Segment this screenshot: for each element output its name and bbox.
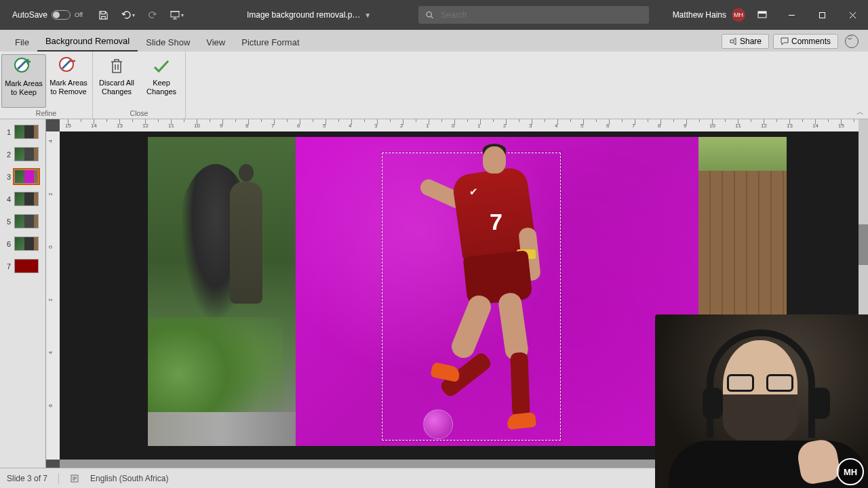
slide-counter[interactable]: Slide 3 of 7 (7, 474, 47, 483)
redo-button[interactable] (144, 6, 161, 24)
collapse-ribbon-icon[interactable]: ︿ (856, 107, 864, 117)
search-icon (425, 10, 434, 20)
ribbon-display-icon[interactable] (751, 0, 774, 30)
trash-icon (106, 56, 127, 77)
thumbnail-7[interactable]: 7 (0, 258, 45, 274)
account-area: Matthew Hains MH (673, 0, 776, 30)
thumbnail-1[interactable]: 1 (0, 123, 45, 140)
autosave-switch-icon[interactable] (52, 10, 71, 20)
undo-button[interactable]: ▾ (119, 6, 137, 24)
thumbnail-6[interactable]: 6 (0, 235, 45, 252)
share-button[interactable]: Share (722, 34, 769, 49)
tab-picture-format[interactable]: Picture Format (233, 33, 307, 52)
user-name[interactable]: Matthew Hains (673, 10, 726, 20)
save-icon[interactable] (95, 6, 113, 24)
mark-areas-to-remove-button[interactable]: Mark Areas to Remove (46, 54, 91, 108)
pencil-plus-icon (13, 56, 35, 78)
present-from-beginning-icon[interactable]: ▾ (168, 6, 186, 24)
foliage (148, 317, 283, 412)
slide-thumbnail-panel[interactable]: 1 2 3 4 5 6 7 (0, 119, 46, 468)
background-garden-left (148, 137, 296, 446)
share-icon (729, 37, 737, 45)
close-button[interactable] (837, 0, 868, 30)
tab-file[interactable]: File (7, 33, 37, 52)
ribbon-group-close: Discard All Changes Keep Changes Close (93, 52, 186, 119)
check-icon (151, 56, 172, 77)
ribbon: Mark Areas to Keep Mark Areas to Remove … (0, 52, 868, 119)
tab-slide-show[interactable]: Slide Show (138, 33, 198, 52)
pencil-minus-icon (58, 56, 79, 77)
thumbnail-5[interactable]: 5 (0, 213, 45, 230)
language-status[interactable]: English (South Africa) (90, 474, 168, 483)
keep-changes-button[interactable]: Keep Changes (139, 54, 184, 108)
group-label-close: Close (94, 108, 184, 119)
search-input[interactable] (441, 10, 642, 20)
jersey-logo-icon: ✔ (469, 186, 478, 198)
thumbnail-4[interactable]: 4 (0, 190, 45, 207)
thumbnail-2[interactable]: 2 (0, 146, 45, 163)
foreground-player[interactable]: ✔ 7 (395, 146, 561, 446)
svg-point-1 (427, 12, 431, 17)
search-box[interactable] (418, 6, 649, 24)
document-title[interactable]: Image background removal.p… ▼ (247, 10, 371, 20)
ribbon-tabs: File Background Removal Slide Show View … (0, 30, 868, 52)
svg-rect-4 (820, 12, 825, 18)
soccer-ball (423, 409, 453, 439)
presenter-logo: MH (837, 458, 864, 485)
maximize-button[interactable] (807, 0, 837, 30)
jersey-number: 7 (490, 209, 502, 235)
window-controls (776, 0, 868, 30)
group-label-refine: Refine (1, 108, 91, 119)
horizontal-ruler: 1514131211109876543210123456789101112131… (60, 119, 868, 131)
comments-button[interactable]: Comments (773, 34, 838, 49)
title-bar: AutoSave Off ▾ ▾ Image background remova… (0, 0, 868, 30)
svg-rect-3 (758, 12, 766, 14)
autosave-label: AutoSave (12, 10, 47, 20)
autosave-toggle[interactable]: AutoSave Off (0, 10, 90, 20)
comment-icon (781, 37, 789, 45)
presenter-webcam-overlay: MH (655, 314, 868, 488)
accessibility-icon[interactable] (70, 474, 79, 483)
vertical-ruler: 420246 (46, 131, 60, 460)
chevron-down-icon[interactable]: ▼ (364, 12, 371, 19)
minimize-button[interactable] (776, 0, 807, 30)
autosave-state: Off (75, 12, 83, 18)
svg-rect-0 (171, 12, 179, 17)
pavement (148, 412, 296, 446)
discard-all-changes-button[interactable]: Discard All Changes (94, 54, 139, 108)
ribbon-group-refine: Mark Areas to Keep Mark Areas to Remove … (0, 52, 93, 119)
scrollbar-thumb[interactable] (859, 224, 868, 265)
tab-background-removal[interactable]: Background Removal (37, 32, 138, 52)
thumbnail-3[interactable]: 3 (0, 168, 45, 185)
tab-view[interactable]: View (198, 33, 233, 52)
user-avatar[interactable]: MH (732, 8, 745, 22)
quick-access-toolbar: ▾ ▾ (90, 6, 186, 24)
feedback-icon[interactable] (845, 35, 859, 48)
mark-areas-to-keep-button[interactable]: Mark Areas to Keep (1, 54, 46, 108)
